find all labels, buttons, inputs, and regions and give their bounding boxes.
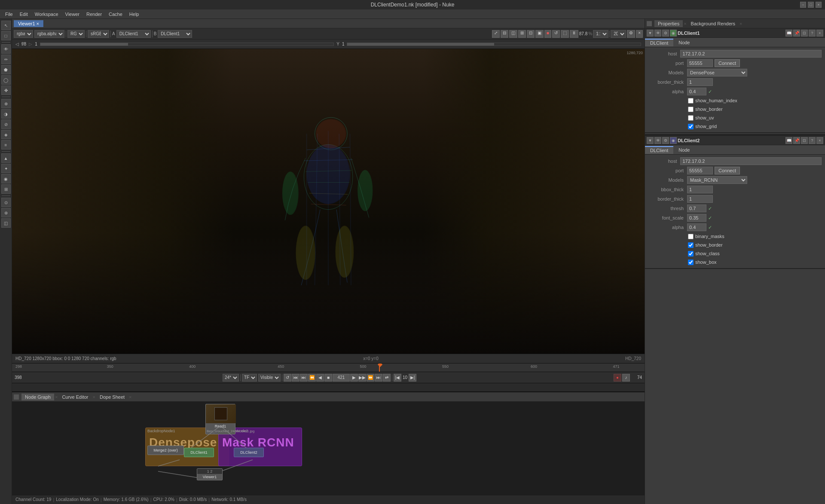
tool-filter[interactable]: ⊘	[1, 119, 11, 129]
dlclient2-connect-btn[interactable]: Connect	[715, 167, 740, 174]
menu-render[interactable]: Render	[83, 11, 105, 18]
tool-merge[interactable]: ⊕	[1, 99, 11, 108]
dlclient1-copy-btn[interactable]: ⊡	[801, 30, 808, 37]
menu-edit[interactable]: Edit	[16, 11, 31, 18]
zoom-ratio-select[interactable]: 1:1	[593, 30, 608, 38]
dlclient2-node[interactable]: DLClient2	[234, 448, 264, 457]
viewer-close-btn[interactable]: ×	[636, 30, 643, 38]
dlclient2-tab-node[interactable]: Node	[673, 147, 695, 153]
dlclient2-close-btn[interactable]: ×	[816, 137, 823, 144]
btn-first[interactable]: ⏮	[292, 374, 299, 382]
btn-last[interactable]: ⏭	[300, 374, 308, 382]
viewer-reset-btn[interactable]: ↺	[552, 30, 560, 38]
dlclient1-connect-btn[interactable]: Connect	[715, 59, 740, 67]
dlclient1-alpha-input[interactable]	[687, 88, 706, 95]
end-frame-display[interactable]: 74	[631, 375, 642, 380]
y-slider[interactable]	[347, 43, 641, 46]
visible-select[interactable]: Visible	[258, 374, 281, 382]
btn-bounce[interactable]: ⇄	[383, 374, 391, 382]
tool-roto[interactable]: ⬟	[1, 65, 11, 74]
minimize-button[interactable]: −	[800, 2, 806, 8]
read1-node[interactable]: Read1 Ben_crouched_24mm.0421.jpg	[205, 404, 235, 434]
colorspace-select[interactable]: sRGB	[88, 30, 109, 38]
tool-other[interactable]: ⊙	[1, 198, 11, 207]
tool-shape[interactable]: ◯	[1, 75, 11, 85]
fps-select[interactable]: 24*	[223, 374, 239, 382]
input-b-select[interactable]: DLClient1	[158, 30, 192, 38]
dlclient2-show-border-checkbox[interactable]	[688, 242, 694, 248]
viewer-canvas[interactable]: 1280,720	[12, 49, 645, 354]
dlclient1-show-uv-checkbox[interactable]	[688, 115, 694, 121]
btn-play[interactable]: ▶	[350, 374, 358, 382]
btn-record[interactable]: ●	[614, 374, 621, 382]
viewer-wipe-btn[interactable]: ◫	[509, 30, 517, 38]
menu-workspace[interactable]: Workspace	[31, 11, 62, 18]
dlclient2-fontscale-input[interactable]	[687, 214, 706, 222]
dlclient1-collapse-btn[interactable]: ▼	[647, 30, 654, 37]
tab-properties[interactable]: Properties	[654, 20, 683, 27]
dlclient2-book-btn[interactable]: 📖	[785, 137, 792, 144]
tool-stereo[interactable]: ⊞	[1, 184, 11, 194]
dlclient2-copy-btn[interactable]: ⊡	[801, 137, 808, 144]
dlclient1-port-input[interactable]	[687, 59, 713, 67]
dlclient2-borderthick-input[interactable]	[687, 195, 713, 203]
menu-help[interactable]: Help	[126, 11, 143, 18]
viewer-settings-btn[interactable]: ⚙	[627, 30, 635, 38]
tab-dope-sheet[interactable]: Dope Sheet	[96, 394, 128, 400]
dlclient2-help-btn[interactable]: ?	[809, 137, 816, 144]
dlclient2-binary-masks-checkbox[interactable]	[688, 234, 694, 239]
tf-select[interactable]: TF	[242, 374, 257, 382]
dlclient1-help-btn[interactable]: ?	[809, 30, 816, 37]
maximize-button[interactable]: □	[808, 2, 814, 8]
tool-particle[interactable]: ✦	[1, 164, 11, 173]
dlclient2-collapse-btn[interactable]: ▼	[647, 137, 654, 144]
tool-transform[interactable]: ✤	[1, 86, 11, 95]
dlclient1-borderthick-input[interactable]	[687, 78, 713, 86]
dlclient1-pin-btn[interactable]: 📌	[793, 30, 800, 37]
channel-mode-select[interactable]: rgba	[14, 30, 33, 38]
dlclient2-alpha-input[interactable]	[687, 223, 706, 231]
btn-next-10[interactable]: ⏩	[367, 374, 374, 382]
dlclient1-models-select[interactable]: DensePose	[687, 69, 747, 76]
dlclient2-thresh-input[interactable]	[687, 205, 706, 212]
dlclient2-tab-main[interactable]: DLClient	[645, 146, 673, 154]
dlclient1-show-human-checkbox[interactable]	[688, 98, 694, 104]
dlclient1-eye-btn[interactable]: 👁	[654, 30, 661, 37]
dlclient2-eye-btn[interactable]: 👁	[654, 137, 661, 144]
viewer-fullscreen-btn[interactable]: ⤢	[492, 30, 500, 38]
viewer-pause-btn[interactable]: ⏸	[570, 30, 578, 38]
viewer-clipping-btn[interactable]: ■	[544, 30, 551, 38]
channel-detail-select[interactable]: rgba.alpha	[34, 30, 64, 38]
start-frame-input[interactable]: 398	[15, 375, 25, 380]
close-button[interactable]: ×	[816, 2, 822, 8]
color-mode-select[interactable]: RGB	[67, 30, 85, 38]
btn-prev-10[interactable]: ⏪	[308, 374, 316, 382]
btn-step-fwd[interactable]: ▶|	[409, 374, 416, 382]
menu-cache[interactable]: Cache	[105, 11, 126, 18]
tool-3d[interactable]: ▲	[1, 153, 11, 163]
viewer1-tab[interactable]: Viewer1 ×	[14, 20, 44, 27]
viewer-split-btn[interactable]: ⊟	[501, 30, 508, 38]
tab-curve-editor[interactable]: Curve Editor	[58, 394, 92, 400]
btn-audio[interactable]: ♪	[622, 374, 630, 382]
viewer-proxy-btn[interactable]: ⬚	[561, 30, 569, 38]
merge-node[interactable]: Merge2 (over)	[147, 446, 184, 455]
dlclient2-port-input[interactable]	[687, 167, 713, 174]
dlclient1-show-border-checkbox[interactable]	[688, 107, 694, 112]
dlclient1-book-btn[interactable]: 📖	[785, 30, 792, 37]
btn-loop[interactable]: ↺	[284, 374, 291, 382]
tool-select[interactable]: □	[1, 31, 11, 40]
tool-meta[interactable]: ⊛	[1, 208, 11, 217]
dlclient1-host-input[interactable]	[680, 50, 822, 58]
nodegraph-canvas[interactable]: BackdropNode1 Densepose BackdropNode2 Ma…	[12, 402, 645, 495]
viewer-mask-btn[interactable]: ▣	[535, 30, 544, 38]
dlclient1-show-grid-checkbox[interactable]	[688, 124, 694, 129]
dlclient2-show-class-checkbox[interactable]	[688, 251, 694, 257]
tool-deep[interactable]: ◉	[1, 174, 11, 183]
dlclient1-settings-btn[interactable]: ⚙	[662, 30, 669, 37]
dlclient2-host-input[interactable]	[680, 157, 822, 165]
dlclient1-node-icon[interactable]: ◉	[670, 30, 677, 37]
x-slider[interactable]	[40, 43, 334, 46]
menu-file[interactable]: File	[2, 11, 16, 18]
btn-next[interactable]: ▶▶	[358, 374, 366, 382]
